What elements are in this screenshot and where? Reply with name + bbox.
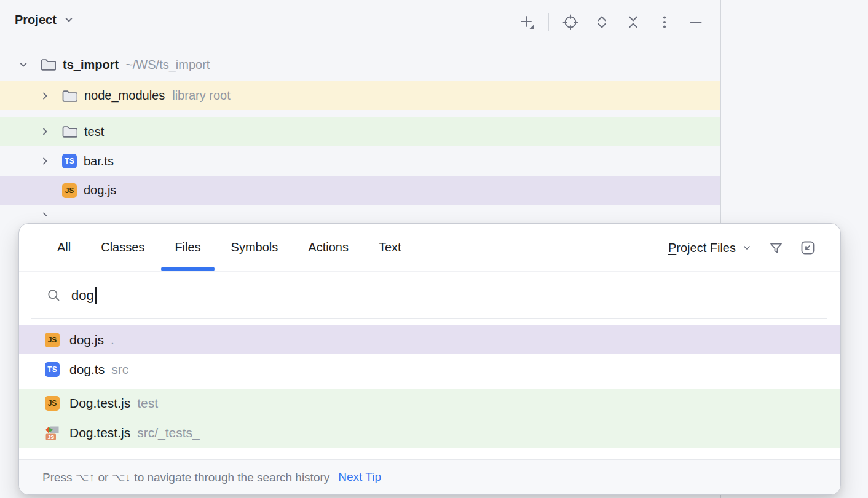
result-name: Dog.test.js xyxy=(69,425,130,440)
javascript-file-icon: JS xyxy=(45,333,60,347)
plus-icon xyxy=(518,14,535,31)
chevron-right-icon[interactable] xyxy=(37,154,52,168)
open-in-window-icon xyxy=(800,240,816,256)
typescript-file-icon: TS xyxy=(45,362,60,377)
tree-item-tag: library root xyxy=(172,89,230,103)
expand-all-button[interactable] xyxy=(593,14,610,31)
result-name: dog.js xyxy=(69,333,104,347)
locate-opened-file-button[interactable] xyxy=(562,14,579,31)
next-tip-link[interactable]: Next Tip xyxy=(338,470,381,484)
result-row-dog-js[interactable]: JS dog.js . xyxy=(19,325,840,354)
chevron-down-icon xyxy=(742,243,752,253)
tree-item-label: bar.ts xyxy=(84,154,114,168)
scope-selector[interactable]: Project Files xyxy=(668,241,752,255)
tab-files[interactable]: Files xyxy=(162,224,213,271)
tree-row-node-modules[interactable]: node_modules library root xyxy=(0,81,720,110)
tree-item-path: ~/WS/ts_import xyxy=(125,58,210,72)
text-caret xyxy=(95,287,97,304)
minimize-icon xyxy=(687,14,704,31)
folder-icon xyxy=(61,124,77,139)
search-input[interactable]: dog xyxy=(71,288,94,304)
chevron-down-icon xyxy=(63,14,74,25)
svg-text:JS: JS xyxy=(47,434,54,440)
result-location: test xyxy=(137,396,158,411)
tree-item-label: node_modules xyxy=(84,89,165,103)
scope-bar: Project Files xyxy=(668,224,816,272)
tree-row-test[interactable]: test xyxy=(0,117,720,146)
toolbar-separator xyxy=(548,13,549,31)
result-name: dog.ts xyxy=(69,362,105,377)
tree-row-ts-import[interactable]: ts_import ~/WS/ts_import xyxy=(0,50,720,79)
result-location: . xyxy=(111,333,114,347)
collapse-all-icon xyxy=(625,14,642,31)
chevron-down-icon[interactable] xyxy=(16,57,31,72)
tree-item-label: dog.js xyxy=(84,183,116,197)
search-history-hint: Press ⌥↑ or ⌥↓ to navigate through the s… xyxy=(42,470,329,484)
project-toolbar xyxy=(518,14,704,31)
tree-row-bar-ts[interactable]: TS bar.ts xyxy=(0,146,720,176)
tab-classes[interactable]: Classes xyxy=(89,224,157,271)
chevron-right-icon[interactable] xyxy=(37,89,52,103)
typescript-file-icon: TS xyxy=(62,154,77,168)
search-tabs: All Classes Files Symbols Actions Text P… xyxy=(19,224,840,272)
chevron-placeholder xyxy=(37,183,52,198)
tree-item-label: ts_import xyxy=(63,58,119,72)
javascript-file-icon: JS xyxy=(62,183,77,198)
tree-item-label: test xyxy=(84,125,104,139)
tab-text[interactable]: Text xyxy=(366,224,414,271)
popup-footer: Press ⌥↑ or ⌥↓ to navigate through the s… xyxy=(19,459,840,494)
tab-symbols[interactable]: Symbols xyxy=(219,224,291,271)
result-location: src/_tests_ xyxy=(137,425,200,440)
tab-all[interactable]: All xyxy=(45,224,83,271)
chevron-right-icon-partial xyxy=(37,211,52,216)
chevron-right-icon[interactable] xyxy=(37,124,52,139)
result-name: Dog.test.js xyxy=(69,396,130,411)
more-options-button[interactable] xyxy=(656,14,673,31)
result-row-dog-test-js-src[interactable]: JS Dog.test.js src/_tests_ xyxy=(19,418,840,448)
add-button[interactable] xyxy=(518,14,535,31)
result-row-dog-ts[interactable]: TS dog.ts src xyxy=(19,355,840,384)
expand-all-icon xyxy=(593,14,610,31)
javascript-file-icon: JS xyxy=(45,396,60,411)
kebab-menu-icon xyxy=(656,14,673,31)
open-in-find-window-button[interactable] xyxy=(800,240,816,256)
scope-label: Project Files xyxy=(668,241,736,255)
javascript-test-file-icon: JS xyxy=(45,425,60,441)
result-row-dog-test-js[interactable]: JS Dog.test.js test xyxy=(19,389,840,418)
search-icon xyxy=(47,288,61,302)
filter-button[interactable] xyxy=(768,240,784,256)
search-everywhere-popup: All Classes Files Symbols Actions Text P… xyxy=(18,223,841,495)
folder-icon xyxy=(40,57,56,72)
hide-button[interactable] xyxy=(687,14,704,31)
tab-actions[interactable]: Actions xyxy=(296,224,361,271)
result-location: src xyxy=(111,362,128,377)
project-view-selector[interactable]: Project xyxy=(15,9,74,30)
target-icon xyxy=(562,14,579,31)
folder-icon xyxy=(61,89,77,103)
collapse-all-button[interactable] xyxy=(625,14,642,31)
project-title: Project xyxy=(15,13,57,27)
search-field[interactable]: dog xyxy=(19,272,840,319)
tree-row-dog-js[interactable]: JS dog.js xyxy=(0,176,720,205)
filter-icon xyxy=(768,240,784,256)
